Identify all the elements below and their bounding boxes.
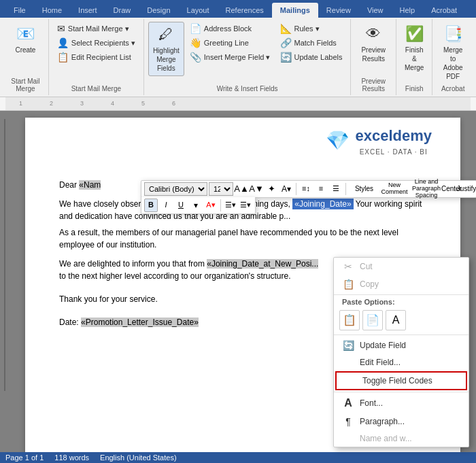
insert-merge-field-btn[interactable]: 📎 Insert Merge Field ▾	[186, 50, 275, 64]
highlight-merge-fields-btn[interactable]: 🖊 HighlightMerge Fields	[148, 22, 184, 76]
paste-text-only-btn[interactable]: A	[386, 310, 406, 330]
paragraph-icon: ¶	[342, 416, 354, 427]
word-count: 118 words	[54, 453, 89, 462]
ctx-font[interactable]: A Font...	[334, 394, 469, 413]
tab-layout[interactable]: Layout	[179, 3, 218, 18]
ctx-copy[interactable]: 📋 Copy	[334, 275, 469, 293]
body-text-1c: As a result, the members of our manageri…	[59, 228, 398, 250]
address-block-btn[interactable]: 📄 Address Block	[186, 22, 275, 35]
acrobat-group-label: Acrobat	[441, 84, 464, 92]
font-color-btn2[interactable]: A▾	[204, 199, 218, 212]
create-button[interactable]: 📧 Create	[11, 22, 39, 57]
format-toolbar: Calibri (Body) 12 A▲ A▼ ✦ A▾ ≡↕ ≡ ☰ Styl…	[141, 180, 476, 198]
finish-group-label: Finish	[405, 84, 424, 92]
list-indent-btn[interactable]: ☰▾	[224, 199, 237, 212]
update-field-icon: 🔄	[342, 340, 354, 351]
tab-review[interactable]: Review	[318, 3, 359, 18]
page-info: Page 1 of 1	[5, 453, 44, 462]
ribbon-group-acrobat: 📑 Merge toAdobe PDF Acrobat	[432, 19, 473, 95]
context-menu: ✂ Cut 📋 Copy Paste Options: 📋 📄 A 🔄 Upda…	[333, 257, 469, 447]
tab-references[interactable]: References	[218, 3, 272, 18]
italic-btn[interactable]: I	[159, 199, 173, 212]
format-toolbar-2: B I U ▾ A▾ ☰▾ ☰▾	[141, 197, 256, 214]
document-area: 💎 exceldemy EXCEL · DATA · BI Calibri (B…	[0, 111, 476, 463]
start-mail-merge-btn[interactable]: ✉ Start Mail Merge ▾	[53, 22, 139, 35]
edit-recipient-list-btn[interactable]: 📋 Edit Recipient List	[53, 50, 139, 64]
write-insert-group-label: Write & Insert Fields	[217, 84, 278, 92]
rules-btn[interactable]: 📐 Rules ▾	[276, 22, 347, 35]
recipients-icon: 👤	[57, 37, 69, 48]
ribbon-group-create: 📧 Create Start Mail Merge	[3, 19, 49, 95]
thanks-text: Thank you for your service.	[59, 294, 158, 304]
select-recipients-btn[interactable]: 👤 Select Recipients ▾	[53, 36, 139, 50]
body-text-2: We are delighted to inform you that from	[59, 259, 207, 269]
status-bar: Page 1 of 1 118 words English (United St…	[0, 452, 476, 463]
ribbon-group-preview: 👁 PreviewResults Preview Results	[351, 19, 396, 95]
line-paragraph-spacing-btn[interactable]: Line andParagraph Spacing	[409, 182, 443, 196]
logo-area: 💎 exceldemy EXCEL · DATA · BI	[318, 121, 440, 160]
line-spacing-icon-btn[interactable]: ≡↕	[299, 182, 313, 196]
date-label: Date:	[59, 318, 79, 327]
joining-date-field[interactable]: «Joining_Date»	[292, 199, 353, 209]
finish-icon: ✅	[405, 24, 424, 44]
tab-file[interactable]: File	[5, 3, 34, 18]
ctx-cut[interactable]: ✂ Cut	[334, 258, 469, 275]
create-group-label: Start Mail Merge	[7, 76, 44, 92]
preview-group-label: Preview Results	[355, 76, 392, 92]
tab-design[interactable]: Design	[139, 3, 178, 18]
tab-acrobat[interactable]: Acrobat	[423, 3, 465, 18]
paste-options-label: Paste Options:	[334, 296, 469, 307]
adobe-icon: 📑	[444, 24, 462, 44]
greeting-line-btn[interactable]: 👋 Greeting Line	[186, 36, 275, 50]
left-margin	[0, 111, 10, 463]
copy-icon: 📋	[342, 279, 354, 290]
ctx-update-field[interactable]: 🔄 Update Field	[334, 337, 469, 354]
list-btn[interactable]: ☰	[329, 182, 343, 196]
create-icon: 📧	[16, 24, 35, 44]
logo-text: exceldemy	[355, 124, 432, 147]
highlight-btn[interactable]: ▾	[189, 199, 203, 212]
underline-btn[interactable]: U	[174, 199, 188, 212]
list-outdent-btn[interactable]: ☰▾	[239, 199, 252, 212]
ribbon-group-finish: ✅ Finish &Merge Finish	[396, 19, 432, 95]
update-labels-btn[interactable]: 🔄 Update Labels	[276, 50, 347, 64]
align-left-btn[interactable]: ≡	[314, 182, 328, 196]
logo-sub: EXCEL · DATA · BI	[355, 147, 432, 157]
ctx-toggle-field-codes[interactable]: Toggle Field Codes	[335, 371, 467, 390]
language: English (United States)	[100, 453, 177, 462]
mail-merge-icon: ✉	[57, 23, 65, 34]
new-comment-btn[interactable]: NewComment	[381, 182, 408, 196]
tab-bar: File Home Insert Draw Design Layout Refe…	[0, 0, 476, 18]
ctx-edit-field[interactable]: Edit Field...	[334, 354, 469, 371]
ribbon-group-write-insert: 🖊 HighlightMerge Fields 📄 Address Block …	[144, 19, 352, 95]
issue-date-field: «Promotion_Letter_Issue_Date»	[81, 318, 199, 327]
tab-draw[interactable]: Draw	[105, 3, 139, 18]
match-fields-btn[interactable]: 🔗 Match Fields	[276, 36, 347, 50]
font-select[interactable]: Calibri (Body)	[144, 182, 207, 196]
tab-home[interactable]: Home	[34, 3, 70, 18]
ctx-name-and-w[interactable]: Name and w...	[334, 430, 469, 447]
tab-help[interactable]: Help	[392, 3, 424, 18]
font-size-select[interactable]: 12	[209, 182, 233, 196]
font-color-btn[interactable]: A▾	[279, 182, 293, 196]
tab-mailings[interactable]: Mailings	[272, 3, 318, 18]
paste-keep-source-btn[interactable]: 📋	[339, 310, 360, 330]
finish-merge-btn[interactable]: ✅ Finish &Merge	[401, 22, 428, 75]
merge-to-adobe-btn[interactable]: 📑 Merge toAdobe PDF	[437, 22, 469, 84]
tab-insert[interactable]: Insert	[70, 3, 105, 18]
paste-merge-btn[interactable]: 📄	[362, 310, 383, 330]
highlight-icon: 🖊	[158, 25, 173, 45]
ribbon-group-mail-merge: ✉ Start Mail Merge ▾ 👤 Select Recipients…	[49, 19, 144, 95]
decrease-font-btn[interactable]: A▼	[250, 182, 263, 196]
ctx-paragraph[interactable]: ¶ Paragraph...	[334, 413, 469, 430]
styles-btn[interactable]: Styles	[349, 182, 379, 196]
justify-btn[interactable]: Justify	[460, 182, 473, 196]
preview-results-btn[interactable]: 👁 PreviewResults	[357, 22, 390, 66]
bold-btn[interactable]: B	[144, 199, 158, 212]
address-block-icon: 📄	[190, 23, 201, 34]
font-icon: A	[342, 397, 354, 409]
format-clear-btn[interactable]: ✦	[265, 182, 278, 196]
tab-view[interactable]: View	[359, 3, 392, 18]
name-field: «Nam	[79, 180, 101, 190]
increase-font-btn[interactable]: A▲	[235, 182, 248, 196]
